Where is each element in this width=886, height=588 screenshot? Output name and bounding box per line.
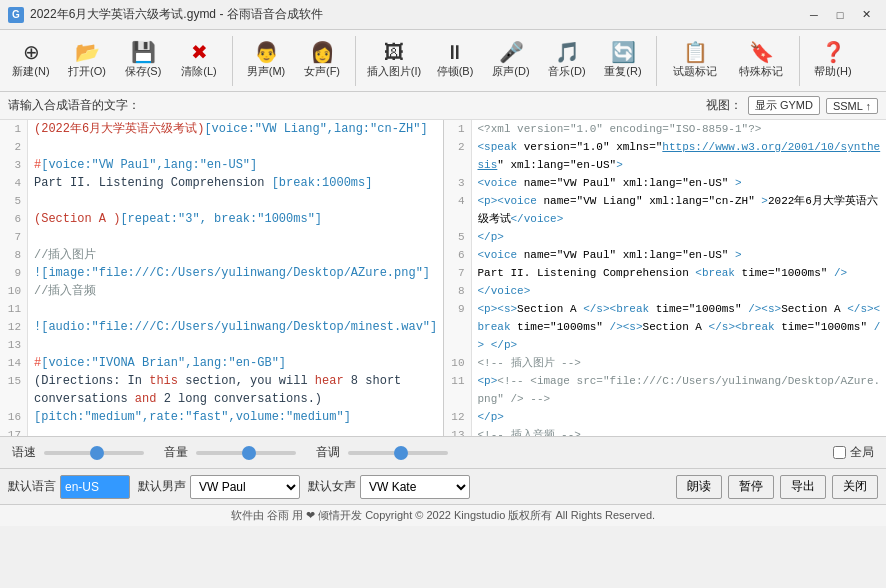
toolbar-female[interactable]: 👩 女声(F)	[295, 34, 349, 88]
toolbar-open-label: 打开(O)	[68, 64, 106, 79]
left-editor-pane: 1 (2022年6月大学英语六级考试)[voice:"VW Liang",lan…	[0, 120, 444, 436]
separator-3	[656, 36, 657, 86]
table-row: 4 <p><voice name="VW Liang" xml:lang="cn…	[444, 192, 887, 228]
pause-button[interactable]: 暂停	[728, 475, 774, 499]
toolbar-insert-img[interactable]: 🖼 插入图片(I)	[362, 34, 426, 88]
toolbar-audio[interactable]: 🎤 原声(D)	[484, 34, 538, 88]
speed-thumb[interactable]	[90, 446, 104, 460]
toolbar-music[interactable]: 🎵 音乐(D)	[540, 34, 594, 88]
table-row: 10 <!-- 插入图片 -->	[444, 354, 887, 372]
speed-label: 语速	[12, 444, 36, 461]
toolbar-new[interactable]: ⊕ 新建(N)	[4, 34, 58, 88]
table-row: 8 </voice>	[444, 282, 887, 300]
global-checkbox-group: 全局	[833, 444, 874, 461]
table-row: conversations and 2 long conversations.)	[0, 390, 443, 408]
toolbar-help-label: 帮助(H)	[814, 64, 851, 79]
toolbar-test-mark[interactable]: 📋 试题标记	[663, 34, 727, 88]
toolbar-female-label: 女声(F)	[304, 64, 340, 79]
right-code-editor[interactable]: 1 <?xml version="1.0" encoding="ISO-8859…	[444, 120, 887, 436]
table-row: 5	[0, 192, 443, 210]
toolbar-test-mark-label: 试题标记	[673, 64, 717, 79]
special-mark-icon: 🔖	[749, 42, 774, 62]
global-checkbox[interactable]	[833, 446, 846, 459]
minimize-button[interactable]: ─	[802, 5, 826, 25]
editor-header: 请输入合成语音的文字： 视图： 显示 GYMD SSML ↑	[0, 92, 886, 120]
toolbar: ⊕ 新建(N) 📂 打开(O) 💾 保存(S) ✖ 清除(L) 👨 男声(M) …	[0, 30, 886, 92]
table-row: 2 <speak version="1.0" xmlns="https://ww…	[444, 138, 887, 174]
table-row: 15 (Directions: In this section, you wil…	[0, 372, 443, 390]
toolbar-music-label: 音乐(D)	[548, 64, 585, 79]
table-row: 17	[0, 426, 443, 436]
left-code-editor[interactable]: 1 (2022年6月大学英语六级考试)[voice:"VW Liang",lan…	[0, 120, 443, 436]
male-icon: 👨	[254, 42, 279, 62]
table-row: 12 ![audio:"file:///C:/Users/yulinwang/D…	[0, 318, 443, 336]
close-button[interactable]: ✕	[854, 5, 878, 25]
window-controls: ─ □ ✕	[802, 5, 878, 25]
toolbar-audio-label: 原声(D)	[492, 64, 529, 79]
view-label: 视图：	[706, 97, 742, 114]
pitch-thumb[interactable]	[394, 446, 408, 460]
female-icon: 👩	[310, 42, 335, 62]
table-row: 16 [pitch:"medium",rate:"fast",volume:"m…	[0, 408, 443, 426]
lang-select-group: 默认语言	[8, 475, 130, 499]
volume-thumb[interactable]	[242, 446, 256, 460]
close-button-bottom[interactable]: 关闭	[832, 475, 878, 499]
global-label: 全局	[850, 444, 874, 461]
table-row: 3 <voice name="VW Paul" xml:lang="en-US"…	[444, 174, 887, 192]
toolbar-replay-label: 重复(R)	[604, 64, 641, 79]
help-icon: ❓	[821, 42, 846, 62]
toolbar-open[interactable]: 📂 打开(O)	[60, 34, 114, 88]
music-icon: 🎵	[555, 42, 580, 62]
volume-label: 音量	[164, 444, 188, 461]
table-row: 11 <p><!-- <image src="file:///C:/Users/…	[444, 372, 887, 408]
view-gymd-button[interactable]: 显示 GYMD	[748, 96, 820, 115]
status-bar: 软件由 谷雨 用 ❤ 倾情开发 Copyright © 2022 Kingstu…	[0, 504, 886, 526]
lang-select-label: 默认语言	[8, 478, 56, 495]
editors-container: 1 (2022年6月大学英语六级考试)[voice:"VW Liang",lan…	[0, 120, 886, 436]
male-select[interactable]: VW Paul	[190, 475, 300, 499]
lang-input[interactable]	[60, 475, 130, 499]
separator-4	[799, 36, 800, 86]
toolbar-save[interactable]: 💾 保存(S)	[116, 34, 170, 88]
male-select-label: 默认男声	[138, 478, 186, 495]
app-icon: G	[8, 7, 24, 23]
replay-icon: 🔄	[611, 42, 636, 62]
table-row: 3 #[voice:"VW Paul",lang:"en-US"]	[0, 156, 443, 174]
toolbar-male[interactable]: 👨 男声(M)	[239, 34, 293, 88]
clear-icon: ✖	[191, 42, 208, 62]
toolbar-special-mark[interactable]: 🔖 特殊标记	[729, 34, 793, 88]
toolbar-special-mark-label: 特殊标记	[739, 64, 783, 79]
view-ssml-button[interactable]: SSML ↑	[826, 98, 878, 114]
save-icon: 💾	[131, 42, 156, 62]
read-button[interactable]: 朗读	[676, 475, 722, 499]
table-row: 10 //插入音频	[0, 282, 443, 300]
toolbar-insert-img-label: 插入图片(I)	[367, 64, 421, 79]
table-row: 6 <voice name="VW Paul" xml:lang="en-US"…	[444, 246, 887, 264]
bottom-sliders: 语速 音量 音调 全局	[0, 436, 886, 468]
volume-slider-group: 音量	[164, 444, 296, 461]
maximize-button[interactable]: □	[828, 5, 852, 25]
toolbar-help[interactable]: ❓ 帮助(H)	[806, 34, 860, 88]
female-select[interactable]: VW Kate	[360, 475, 470, 499]
female-select-label: 默认女声	[308, 478, 356, 495]
stop-icon: ⏸	[445, 42, 465, 62]
pitch-slider-group: 音调	[316, 444, 448, 461]
editor-prompt: 请输入合成语音的文字：	[8, 97, 140, 114]
separator-2	[355, 36, 356, 86]
toolbar-stop[interactable]: ⏸ 停顿(B)	[428, 34, 482, 88]
table-row: 8 //插入图片	[0, 246, 443, 264]
export-button[interactable]: 导出	[780, 475, 826, 499]
title-bar: G 2022年6月大学英语六级考试.gymd - 谷雨语音合成软件 ─ □ ✕	[0, 0, 886, 30]
view-controls: 视图： 显示 GYMD SSML ↑	[706, 96, 878, 115]
table-row: 7 Part II. Listening Comprehension <brea…	[444, 264, 887, 282]
table-row: 12 </p>	[444, 408, 887, 426]
toolbar-new-label: 新建(N)	[12, 64, 49, 79]
toolbar-save-label: 保存(S)	[125, 64, 162, 79]
bottom-selects: 默认语言 默认男声 VW Paul 默认女声 VW Kate 朗读 暂停 导出 …	[0, 468, 886, 504]
toolbar-clear[interactable]: ✖ 清除(L)	[172, 34, 226, 88]
table-row: 11	[0, 300, 443, 318]
female-select-group: 默认女声 VW Kate	[308, 475, 470, 499]
toolbar-replay[interactable]: 🔄 重复(R)	[596, 34, 650, 88]
toolbar-clear-label: 清除(L)	[181, 64, 216, 79]
toolbar-male-label: 男声(M)	[247, 64, 286, 79]
